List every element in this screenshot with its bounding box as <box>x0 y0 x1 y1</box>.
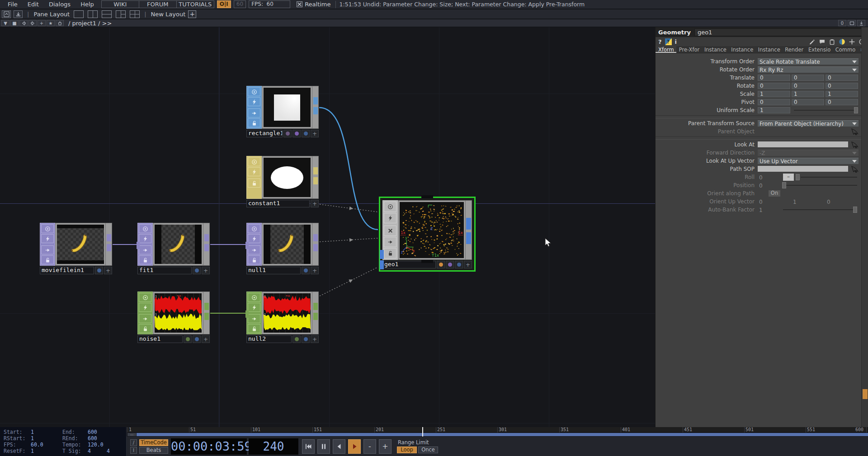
param-tab-render[interactable]: Render <box>782 46 806 53</box>
info-value[interactable]: 4 <box>88 448 107 454</box>
field-uniform-scale[interactable]: 1 <box>758 107 790 113</box>
input-connector[interactable] <box>380 260 384 269</box>
target-flag-icon[interactable] <box>139 224 151 233</box>
layout-single-button[interactable] <box>74 10 84 18</box>
rewind-to-start-button[interactable] <box>302 439 315 454</box>
node-name-label[interactable]: rectangle1 <box>246 130 283 137</box>
link-button-tutorials[interactable]: TUTORIALS <box>176 0 214 8</box>
scrollbar-handle[interactable] <box>863 389 868 399</box>
info-value[interactable]: 600 <box>88 429 107 435</box>
menu-help[interactable]: Help <box>76 1 98 8</box>
field-translate-1[interactable]: 0 <box>792 75 824 81</box>
field-scale-2[interactable]: 1 <box>826 91 858 97</box>
x-flag-icon[interactable] <box>384 226 396 236</box>
layout-four-pane-button[interactable] <box>130 10 140 18</box>
lock-flag-icon[interactable] <box>384 248 396 259</box>
output-connector[interactable] <box>204 313 209 320</box>
loop-button[interactable]: Loop <box>397 447 417 453</box>
node-constant1[interactable]: constant1 + <box>246 156 319 207</box>
output-connector[interactable] <box>204 303 209 310</box>
param-tab-xform[interactable]: Xform <box>656 46 676 53</box>
menu-file[interactable]: File <box>4 1 22 8</box>
node-body[interactable]: +x 1 1 <box>262 291 312 334</box>
lightning-flag-icon[interactable] <box>248 97 260 106</box>
blue-dot-button[interactable] <box>95 267 103 274</box>
blue-dot-button[interactable] <box>455 261 463 268</box>
blue-dot-button[interactable] <box>302 130 310 137</box>
layout-hsplit-button[interactable] <box>102 10 112 18</box>
realtime-checkbox-icon[interactable] <box>297 1 302 7</box>
node-body[interactable] <box>262 223 312 266</box>
link-button-wiki[interactable]: WIKI <box>101 0 139 8</box>
help-icon[interactable]: ? <box>658 38 662 45</box>
node-name-label[interactable]: moviefilein1 <box>40 267 94 274</box>
input-connector[interactable] <box>137 242 140 249</box>
target-flag-icon[interactable] <box>248 224 260 233</box>
slider-track[interactable] <box>801 177 857 178</box>
node-moviefilein1[interactable]: moviefilein1 + <box>40 223 112 274</box>
lock-flag-icon[interactable] <box>248 255 260 264</box>
back-arrow-icon[interactable] <box>19 20 28 26</box>
python-help-icon[interactable]: ? <box>665 38 672 45</box>
dropdown-transform-order[interactable]: Scale Rotate Translate <box>758 58 859 65</box>
node-body[interactable] <box>153 223 203 266</box>
lock-flag-icon[interactable] <box>248 118 260 127</box>
field-translate-0[interactable]: 0 <box>758 75 790 81</box>
reference-wire[interactable] <box>320 238 378 242</box>
operator-pick-icon[interactable] <box>851 141 859 148</box>
lightning-flag-icon[interactable] <box>139 303 151 312</box>
play-backward-button[interactable] <box>333 439 345 454</box>
playhead[interactable] <box>422 427 423 437</box>
node-add-button[interactable]: + <box>202 267 210 274</box>
frame-display[interactable]: 240 <box>249 438 298 455</box>
node-add-button[interactable]: + <box>311 130 319 137</box>
comp-output-tab[interactable] <box>421 260 433 263</box>
beats-mode-button[interactable]: Beats <box>139 447 168 454</box>
info-value[interactable]: 1 <box>31 429 62 435</box>
slider-handle[interactable] <box>854 107 858 113</box>
blue-dot-button[interactable] <box>193 335 201 343</box>
maximize-pane-icon[interactable] <box>2 10 11 18</box>
info-value[interactable]: 600 <box>88 435 107 442</box>
field-translate-2[interactable]: 0 <box>826 75 858 81</box>
lightning-flag-icon[interactable] <box>139 234 151 243</box>
lightning-flag-icon[interactable] <box>248 167 260 176</box>
home-icon[interactable] <box>56 20 64 26</box>
viewer-toggle-icon[interactable]: ■ <box>10 20 19 26</box>
target-flag-icon[interactable] <box>384 202 396 212</box>
node-name-label[interactable]: null1 <box>246 267 301 274</box>
pin-down-icon[interactable] <box>857 20 865 26</box>
node-add-button[interactable]: + <box>311 200 319 207</box>
node-body[interactable] <box>262 86 312 129</box>
target-flag-icon[interactable] <box>248 157 260 166</box>
output-connector[interactable] <box>313 167 318 174</box>
field-rotate-0[interactable]: 0 <box>758 83 790 89</box>
output-connector[interactable] <box>313 303 318 310</box>
output-connector[interactable] <box>313 177 318 184</box>
blue-dot-button[interactable] <box>302 335 310 343</box>
node-null1[interactable]: null1 + <box>246 223 319 274</box>
info-icon[interactable]: i <box>675 38 677 45</box>
operator-pick-icon[interactable] <box>851 128 859 135</box>
field-scale-0[interactable]: 1 <box>758 91 790 97</box>
add-layout-button[interactable]: + <box>188 10 196 18</box>
node-add-button[interactable]: + <box>464 261 472 268</box>
lock-flag-icon[interactable] <box>248 324 260 333</box>
slash-mode-button[interactable]: / <box>130 439 137 446</box>
reference-wire[interactable] <box>320 204 378 212</box>
field-rotate-2[interactable]: 0 <box>826 83 858 89</box>
green-dot-button[interactable] <box>184 335 192 343</box>
range-fill[interactable] <box>137 433 868 436</box>
node-name-label[interactable]: noise1 <box>137 335 183 343</box>
field-rotate-1[interactable]: 0 <box>792 83 824 89</box>
param-tab-instance[interactable]: Instance <box>728 46 755 53</box>
slider-track[interactable] <box>783 185 857 186</box>
layout-three-pane-button[interactable] <box>116 10 126 18</box>
output-connector[interactable] <box>313 244 318 251</box>
node-add-button[interactable]: + <box>311 335 319 343</box>
realtime-toggle[interactable]: Realtime <box>297 1 330 8</box>
field-pivot-1[interactable]: 0 <box>792 99 824 105</box>
node-noise1[interactable]: +x 1 1 noise1 + <box>137 291 210 343</box>
output-connector[interactable] <box>466 218 471 230</box>
blue-dot-button[interactable] <box>193 267 201 274</box>
